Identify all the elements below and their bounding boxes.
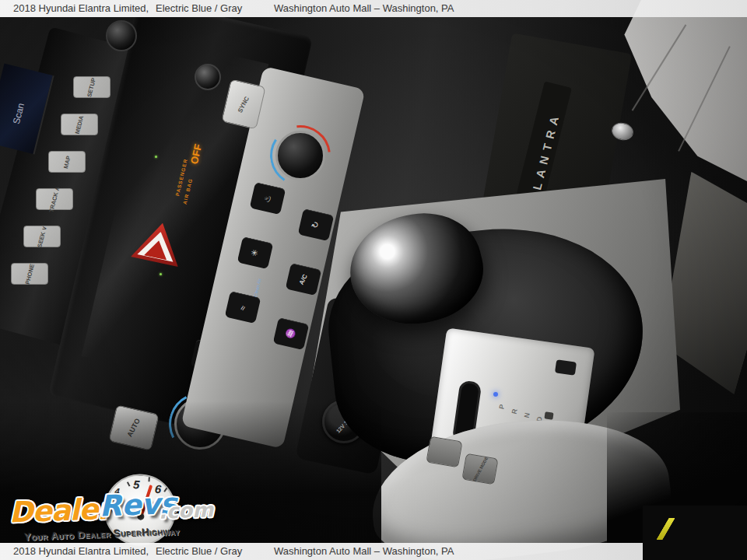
map-button: MAP <box>48 151 86 173</box>
indicator-led <box>155 156 157 158</box>
phone-button: PHONE <box>11 263 48 285</box>
indicator-led <box>160 273 162 275</box>
caption-dealer: Washington Auto Mall – Washington, PA <box>274 0 454 17</box>
manual-gate-icon <box>544 411 553 419</box>
gear-position-led <box>493 392 498 397</box>
tune-knob <box>195 64 221 90</box>
shift-lock-button <box>555 359 577 375</box>
volume-knob <box>106 20 137 51</box>
seat-heat-icon: ♨ <box>261 193 274 205</box>
seek-button: SEEK ∨ <box>23 226 61 247</box>
logo-word-com: .com <box>158 498 213 523</box>
media-button: MEDIA <box>61 114 98 135</box>
caption-vehicle: 2018 Hyundai Elantra Limited, <box>13 543 149 560</box>
front-defrost-icon: ≈ <box>237 303 247 312</box>
fan-icon: ✳ <box>249 247 261 258</box>
hazard-button <box>130 218 187 272</box>
caption-color: Electric Blue / Gray <box>156 0 242 17</box>
console-switch <box>426 436 462 468</box>
rear-defrost-icon: ♒ <box>284 327 298 341</box>
track-button: TRACK ∧ <box>36 188 73 210</box>
drive-mode-button: DRIVE MODE <box>461 453 498 485</box>
caption-color: Electric Blue / Gray <box>156 543 242 560</box>
top-caption-band: 2018 Hyundai Elantra Limited, Electric B… <box>0 0 747 17</box>
corner-logo-box <box>643 506 747 560</box>
recirculation-icon: ↻ <box>310 219 322 230</box>
caption-dealer: Washington Auto Mall – Washington, PA <box>274 543 454 560</box>
caption-vehicle: 2018 Hyundai Elantra Limited, <box>13 0 149 17</box>
setup-button: SETUP <box>73 76 110 98</box>
bottom-caption-band: 2018 Hyundai Elantra Limited, Electric B… <box>0 543 747 560</box>
dealer-photo-page: ELANTRA Scan SETUP MEDIA MAP TRACK ∧ SEE… <box>0 0 747 560</box>
logo-word-dealer: Dealer <box>9 492 111 530</box>
